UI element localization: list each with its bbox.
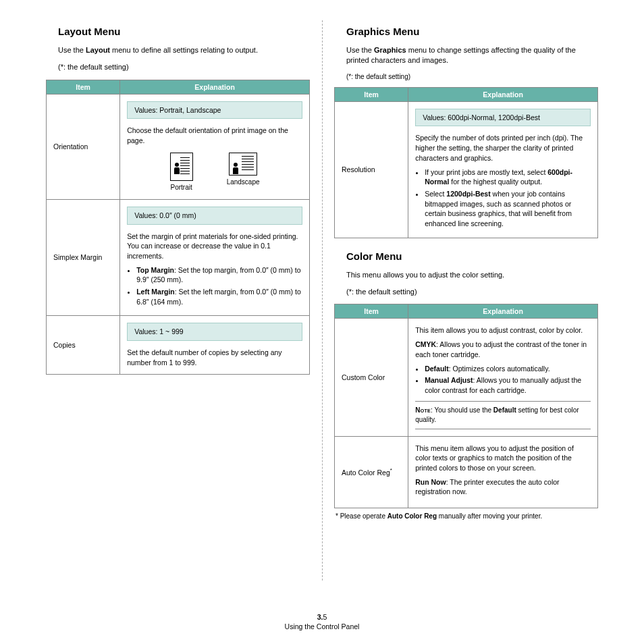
landscape-page-icon [229, 153, 257, 176]
values-box: Values: 0.0″ (0 mm) [127, 207, 302, 225]
graphics-default-note: (*: the default setting) [346, 73, 598, 80]
item-copies: Copies [47, 316, 120, 375]
item-auto-color-reg: Auto Color Reg* [335, 436, 408, 508]
item-orientation: Orientation [47, 94, 120, 199]
layout-table: Item Explanation Orientation Values: Por… [46, 80, 310, 375]
portrait-page-icon [170, 153, 193, 181]
values-box: Values: Portrait, Landscape [127, 101, 302, 119]
layout-default-note: (*: the default setting) [58, 62, 310, 72]
th-explanation: Explanation [408, 87, 598, 101]
portrait-icon-block: Portrait [170, 153, 193, 192]
right-column: Graphics Menu Use the Graphics menu to c… [322, 20, 610, 594]
layout-intro: Use the Layout menu to define all settin… [58, 45, 310, 55]
values-box: Values: 1 ~ 999 [127, 323, 302, 341]
graphics-intro: Use the Graphics menu to change settings… [346, 45, 598, 66]
layout-menu-heading: Layout Menu [58, 26, 310, 37]
table-row: Orientation Values: Portrait, Landscape … [47, 94, 310, 199]
item-simplex: Simplex Margin [47, 199, 120, 316]
color-menu-heading: Color Menu [346, 250, 598, 262]
color-default-note: (*: the default setting) [346, 287, 598, 297]
graphics-menu-heading: Graphics Menu [346, 26, 598, 37]
orientation-desc: Choose the default orientation of print … [127, 126, 302, 145]
item-resolution: Resolution [335, 101, 408, 238]
table-row: Auto Color Reg* This menu item allows yo… [335, 436, 598, 508]
values-box: Values: 600dpi-Normal, 1200dpi-Best [415, 109, 591, 127]
table-row: Custom Color This item allows you to adj… [335, 319, 598, 436]
table-row: Resolution Values: 600dpi-Normal, 1200dp… [335, 101, 598, 238]
th-explanation: Explanation [408, 304, 598, 319]
th-item: Item [335, 87, 408, 101]
table-row: Copies Values: 1 ~ 999 Set the default n… [47, 316, 310, 375]
th-explanation: Explanation [120, 80, 310, 94]
color-footnote: * Please operate Auto Color Reg manually… [334, 512, 598, 520]
table-row: Simplex Margin Values: 0.0″ (0 mm) Set t… [47, 199, 310, 316]
landscape-icon-block: Landscape [227, 153, 260, 192]
page-footer: 3.5 Using the Control Panel [0, 612, 644, 632]
color-table: Item Explanation Custom Color This item … [334, 304, 598, 508]
note-box: Note: You should use the Default setting… [415, 401, 591, 429]
graphics-table: Item Explanation Resolution Values: 600d… [334, 87, 598, 238]
th-item: Item [335, 304, 408, 319]
th-item: Item [47, 80, 120, 94]
left-column: Layout Menu Use the Layout menu to defin… [34, 20, 322, 594]
color-intro: This menu allows you to adjust the color… [346, 270, 598, 280]
item-custom-color: Custom Color [335, 319, 408, 436]
